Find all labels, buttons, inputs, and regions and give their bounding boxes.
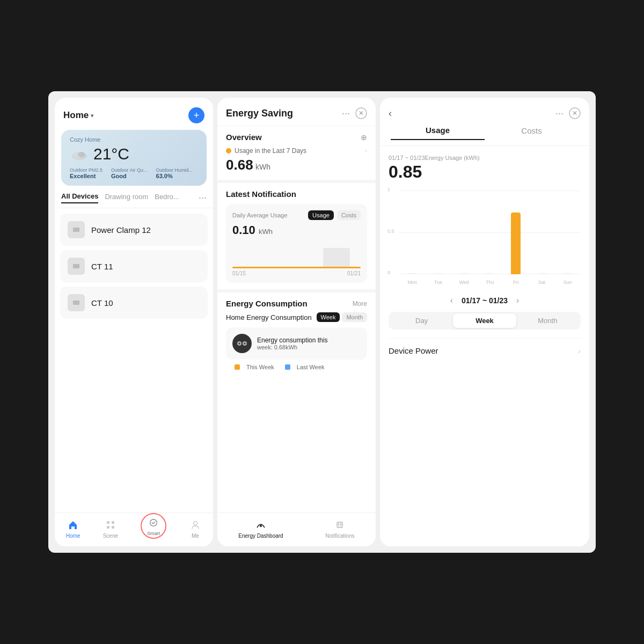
grid-label-1: 1	[387, 187, 390, 192]
tab-all-devices[interactable]: All Devices	[61, 192, 98, 203]
me-icon	[189, 518, 202, 531]
day-label-mon: Mon	[399, 280, 425, 285]
energy-body: Overview ⊕ Usage in the Last 7 Days › 0.…	[217, 126, 376, 513]
energy-header: Energy Saving ··· ✕	[217, 98, 376, 126]
energy-more-icon[interactable]: ···	[342, 108, 350, 119]
scene-icon	[104, 518, 117, 531]
consumption-more-link[interactable]: More	[353, 300, 367, 308]
tab-usage[interactable]: Usage	[391, 126, 485, 140]
consumption-sub-title: Home Energy Consumption	[226, 313, 312, 321]
usage-7days-label: Usage in the Last 7 Days	[235, 147, 306, 155]
weather-pm25-value: Excellent	[70, 173, 103, 179]
weather-air-label: Outdoor Air Qu...	[111, 167, 148, 173]
view-tab-week[interactable]: Week	[453, 313, 516, 328]
device-item-power-clamp[interactable]: Power Clamp 12	[60, 214, 208, 246]
consumption-device-icon	[232, 334, 252, 353]
energy-dashboard-label: Energy Dashboard	[238, 533, 283, 539]
tab-drawing-room[interactable]: Drawing room	[105, 193, 148, 203]
view-tab-day[interactable]: Day	[390, 313, 453, 328]
bar-sun-fill	[563, 273, 573, 274]
device-item-ct11[interactable]: CT 11	[60, 250, 208, 282]
avg-value-unit: kWh	[259, 228, 273, 236]
usage-costs-tabs: Usage Costs	[380, 123, 589, 146]
bar-fri	[503, 191, 529, 274]
nav-home-label: Home	[66, 533, 80, 539]
nav-me-label: Me	[192, 533, 199, 539]
usage-close-button[interactable]: ✕	[569, 107, 581, 119]
avg-daily-value: 0.10 kWh	[232, 223, 361, 237]
notifications-icon	[333, 518, 346, 531]
period-tab-week[interactable]: Week	[317, 312, 340, 322]
tab-costs[interactable]: Costs	[485, 126, 579, 140]
usage-chevron-icon: ›	[365, 147, 367, 155]
nav-me[interactable]: Me	[189, 518, 202, 539]
day-label-tue: Tue	[425, 280, 451, 285]
energy-bottom-nav: Energy Dashboard Notifications	[217, 513, 376, 546]
add-button[interactable]: +	[188, 107, 204, 123]
weather-humid-label: Outdoor Humid...	[156, 167, 193, 173]
usage-more-icon[interactable]: ···	[555, 108, 564, 119]
day-label-fri: Fri	[503, 280, 529, 285]
device-name-ct10: CT 10	[91, 298, 113, 308]
svg-rect-8	[73, 301, 79, 305]
energy-dashboard-icon	[254, 518, 267, 531]
energy-close-button[interactable]: ✕	[355, 107, 367, 119]
date-range-forward-arrow[interactable]: ›	[516, 296, 519, 305]
svg-rect-9	[107, 521, 109, 524]
bar-thu	[477, 191, 503, 274]
bar-day-labels: Mon Tue Wed Thu Fri Sat Sun	[399, 280, 581, 285]
energy-nav-notifications[interactable]: Notifications	[325, 518, 354, 539]
device-icon-power-clamp	[68, 221, 85, 238]
this-week-legend-label: This Week	[246, 364, 274, 370]
device-icon-ct10	[68, 294, 85, 311]
last-week-legend-label: Last Week	[297, 364, 325, 370]
chart-date-start: 01/15	[232, 270, 246, 276]
notification-section: Latest Notification Daily Average Usage …	[217, 183, 376, 292]
panel-usage: ‹ ··· ✕ Usage Costs 01/17 ~ 01/23Energy …	[380, 98, 589, 546]
device-power-label: Device Power	[389, 346, 438, 355]
mini-chart	[232, 243, 361, 268]
bar-wed-fill	[459, 273, 469, 274]
chart-dates: 01/15 01/21	[232, 270, 361, 276]
tab-bedroom[interactable]: Bedro...	[155, 193, 179, 203]
bar-sun	[555, 191, 581, 274]
back-button[interactable]: ‹	[389, 108, 392, 119]
overview-settings-icon[interactable]: ⊕	[361, 133, 367, 142]
mini-chart-bar	[323, 248, 350, 267]
smart-icon	[147, 516, 160, 529]
nav-home[interactable]: Home	[66, 518, 80, 539]
nav-smart-label: Smart	[147, 531, 160, 536]
nav-scene-label: Scene	[103, 533, 118, 539]
bar-mon	[399, 191, 425, 274]
svg-point-18	[244, 343, 246, 345]
weather-pm25-label: Outdoor PM2.5	[70, 167, 103, 173]
consumption-device-info: Energy consumption this	[257, 336, 327, 344]
notif-tab-costs[interactable]: Costs	[337, 210, 361, 220]
svg-rect-11	[107, 526, 109, 529]
home-title[interactable]: Home ▾	[63, 110, 93, 121]
period-tab-month[interactable]: Month	[342, 312, 367, 322]
avg-usage-label: Daily Average Usage	[232, 212, 288, 218]
nav-smart[interactable]: Smart	[141, 513, 166, 539]
weather-card: Cozy Home 21°C Outdoor PM2.5 Excell	[61, 130, 207, 186]
grid-label-0: 0	[387, 270, 390, 275]
svg-point-14	[193, 522, 197, 525]
devices-more-icon[interactable]: ···	[199, 192, 207, 203]
energy-nav-dashboard[interactable]: Energy Dashboard	[238, 518, 283, 539]
usage-7days-unit: kWh	[255, 163, 270, 171]
device-item-ct10[interactable]: CT 10	[60, 287, 208, 319]
nav-scene[interactable]: Scene	[103, 518, 118, 539]
bar-tue	[425, 191, 451, 274]
day-label-wed: Wed	[451, 280, 477, 285]
consumption-device-card: Energy consumption this week: 0.68kWh	[226, 327, 367, 360]
consumption-title: Energy Consumption	[226, 299, 308, 308]
notification-title: Latest Notification	[226, 189, 367, 199]
view-tab-month[interactable]: Month	[516, 313, 579, 328]
day-label-sun: Sun	[555, 280, 581, 285]
bars-container	[399, 191, 581, 274]
date-range-back-arrow[interactable]: ‹	[450, 296, 453, 305]
weather-humid-value: 63.0%	[156, 173, 193, 179]
notif-tab-usage[interactable]: Usage	[308, 210, 334, 220]
device-power-row[interactable]: Device Power ›	[389, 338, 581, 363]
device-icon-ct11	[68, 258, 85, 275]
